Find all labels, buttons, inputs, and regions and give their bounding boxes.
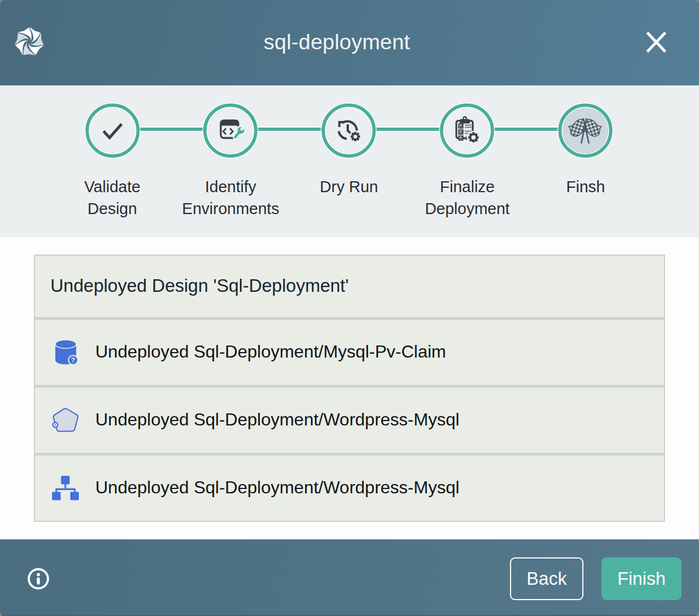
svg-text:?: ? [71,356,75,364]
